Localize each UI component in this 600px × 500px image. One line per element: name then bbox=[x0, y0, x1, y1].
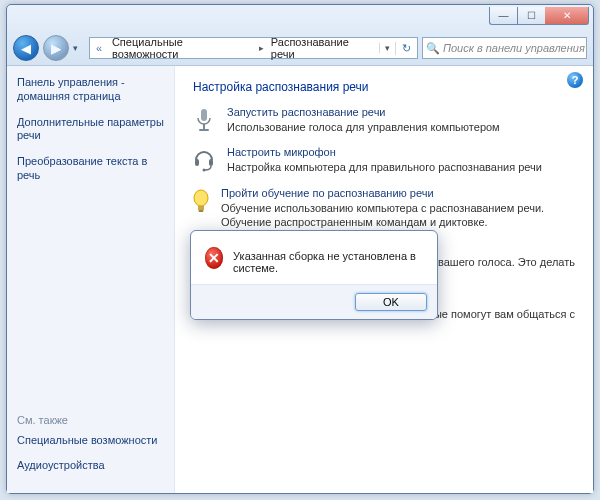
svg-point-5 bbox=[203, 169, 206, 172]
error-message: Указанная сборка не установлена в систем… bbox=[233, 247, 423, 274]
window-buttons: — ☐ ✕ bbox=[489, 7, 589, 25]
task-item: Настроить микрофон Настройка компьютера … bbox=[191, 146, 579, 174]
svg-rect-7 bbox=[198, 206, 204, 210]
sidebar-footer: См. также Специальные возможности Аудиоу… bbox=[17, 414, 164, 486]
error-icon: ✕ bbox=[205, 247, 223, 269]
task-link-start[interactable]: Запустить распознавание речи bbox=[227, 106, 386, 118]
sidebar-tts-link[interactable]: Преобразование текста в речь bbox=[17, 155, 164, 183]
forward-button[interactable]: ▶ bbox=[43, 35, 69, 61]
sidebar-home-link[interactable]: Панель управления - домашняя страница bbox=[17, 76, 164, 104]
headset-icon bbox=[191, 146, 217, 174]
microphone-icon bbox=[191, 106, 217, 134]
breadcrumb-seg-1[interactable]: Специальные возможности bbox=[108, 36, 256, 60]
help-icon[interactable]: ? bbox=[567, 72, 583, 88]
sidebar: Панель управления - домашняя страница До… bbox=[7, 66, 175, 493]
lightbulb-icon bbox=[191, 187, 211, 230]
titlebar: — ☐ ✕ bbox=[7, 5, 593, 31]
task-desc: Настройка компьютера для правильного рас… bbox=[227, 160, 542, 174]
task-item: Пройти обучение по распознаванию речи Об… bbox=[191, 187, 579, 230]
page-title: Настройка распознавания речи bbox=[193, 80, 579, 94]
task-link-setup-mic[interactable]: Настроить микрофон bbox=[227, 146, 336, 158]
address-dropdown[interactable]: ▾ bbox=[379, 43, 395, 53]
chevron-right-icon: ▸ bbox=[256, 43, 267, 53]
see-also-heading: См. также bbox=[17, 414, 164, 426]
task-item: Запустить распознавание речи Использован… bbox=[191, 106, 579, 134]
task-desc: Обучение использованию компьютера с расп… bbox=[221, 201, 579, 230]
svg-rect-2 bbox=[199, 129, 209, 131]
svg-rect-1 bbox=[203, 124, 205, 129]
history-dropdown[interactable]: ▾ bbox=[73, 43, 85, 53]
address-icon: « bbox=[90, 42, 108, 54]
close-button[interactable]: ✕ bbox=[545, 7, 589, 25]
search-box[interactable]: 🔍 Поиск в панели управления bbox=[422, 37, 587, 59]
search-placeholder: Поиск в панели управления bbox=[443, 42, 585, 54]
svg-rect-8 bbox=[199, 210, 204, 212]
error-dialog: ✕ Указанная сборка не установлена в сист… bbox=[190, 230, 438, 320]
task-desc: Использование голоса для управления комп… bbox=[227, 120, 500, 134]
search-icon: 🔍 bbox=[423, 42, 443, 55]
address-bar[interactable]: « Специальные возможности ▸ Распознавани… bbox=[89, 37, 418, 59]
maximize-button[interactable]: ☐ bbox=[517, 7, 545, 25]
breadcrumb-seg-2[interactable]: Распознавание речи bbox=[267, 36, 379, 60]
task-link-tutorial[interactable]: Пройти обучение по распознаванию речи bbox=[221, 187, 434, 199]
sidebar-advanced-link[interactable]: Дополнительные параметры речи bbox=[17, 116, 164, 144]
nav-bar: ◀ ▶ ▾ « Специальные возможности ▸ Распоз… bbox=[7, 31, 593, 65]
sidebar-audio-link[interactable]: Аудиоустройства bbox=[17, 459, 164, 473]
svg-rect-4 bbox=[209, 159, 213, 166]
sidebar-accessibility-link[interactable]: Специальные возможности bbox=[17, 434, 164, 448]
svg-point-6 bbox=[194, 190, 208, 206]
refresh-button[interactable]: ↻ bbox=[395, 42, 417, 55]
svg-rect-0 bbox=[201, 109, 207, 121]
ok-button[interactable]: OK bbox=[355, 293, 427, 311]
minimize-button[interactable]: — bbox=[489, 7, 517, 25]
back-button[interactable]: ◀ bbox=[13, 35, 39, 61]
svg-rect-3 bbox=[195, 159, 199, 166]
